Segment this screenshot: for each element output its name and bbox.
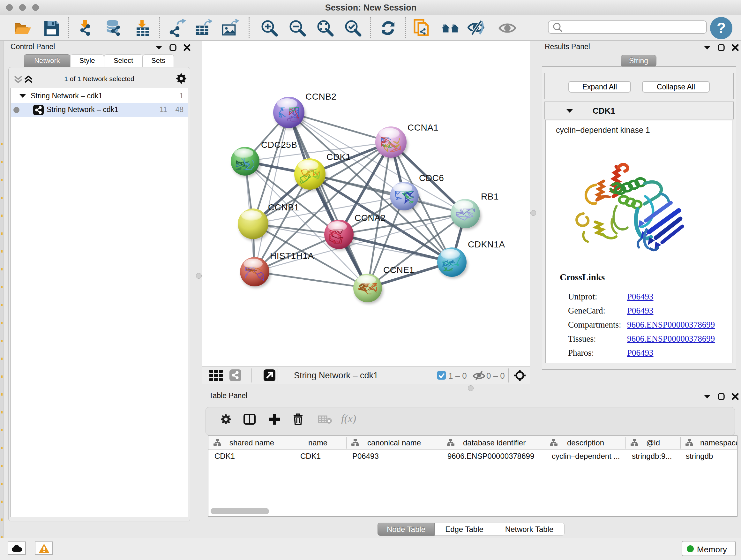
svg-text:CDC6: CDC6 (419, 173, 444, 183)
svg-text:RB1: RB1 (481, 192, 499, 201)
svg-text:CCNB1: CCNB1 (268, 202, 299, 212)
svg-text:CCNE1: CCNE1 (383, 265, 414, 275)
svg-text:?: ? (717, 19, 726, 36)
svg-text:CCNB2: CCNB2 (306, 91, 336, 102)
svg-text:CCNA2: CCNA2 (354, 213, 386, 223)
svg-text:CCNA1: CCNA1 (408, 123, 439, 132)
svg-text:CDKN1A: CDKN1A (468, 240, 505, 249)
svg-text:CDC25B: CDC25B (261, 140, 297, 150)
svg-text:CDK1: CDK1 (327, 152, 351, 162)
svg-text:HIST1H1A: HIST1H1A (270, 251, 314, 261)
